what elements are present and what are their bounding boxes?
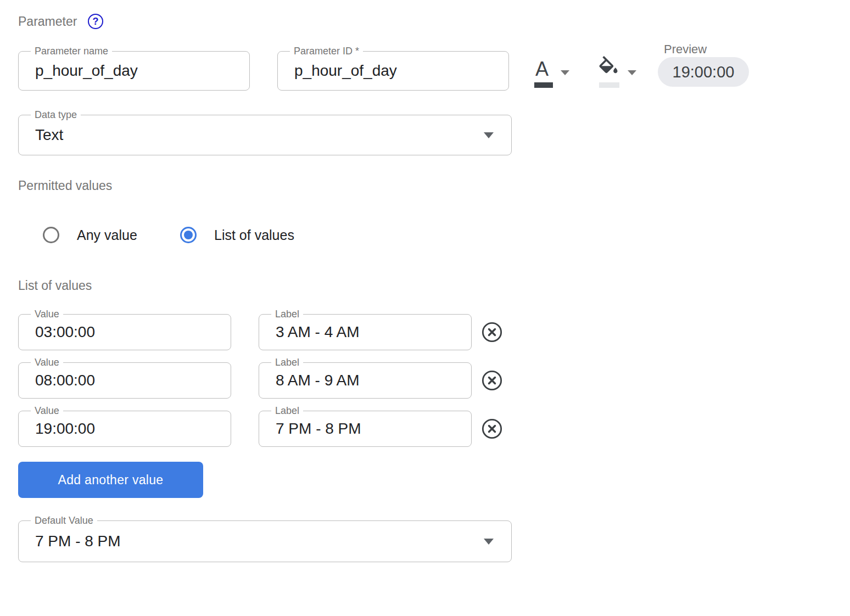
- radio-circle-icon: [180, 227, 197, 243]
- paint-bucket-icon[interactable]: [596, 56, 620, 82]
- radio-any-value-label: Any value: [77, 227, 137, 243]
- label-field-row2: Label: [259, 362, 472, 399]
- radio-list-of-values-label: List of values: [214, 227, 294, 243]
- parameter-id-input[interactable]: [294, 52, 492, 89]
- default-value-select[interactable]: Default Value 7 PM - 8 PM: [18, 520, 512, 562]
- parameter-name-input[interactable]: [35, 52, 233, 89]
- help-icon[interactable]: ?: [88, 14, 103, 29]
- fill-color-swatch[interactable]: [599, 82, 619, 88]
- value-field-row3: Value: [18, 411, 231, 447]
- remove-value-button[interactable]: [481, 321, 503, 343]
- parameter-id-field: Parameter ID *: [277, 51, 509, 91]
- dropdown-arrow-icon: [484, 132, 494, 138]
- data-type-select[interactable]: Data type Text: [18, 115, 512, 155]
- help-icon-glyph: ?: [93, 16, 99, 27]
- preview-value: 19:00:00: [673, 63, 735, 81]
- dropdown-arrow-icon: [484, 539, 494, 545]
- label-input[interactable]: [276, 315, 455, 349]
- preview-label: Preview: [664, 42, 707, 57]
- text-color-icon[interactable]: A: [535, 59, 549, 79]
- close-circle-icon: [481, 418, 503, 440]
- data-type-value: Text: [35, 115, 63, 155]
- add-another-value-button[interactable]: Add another value: [18, 462, 203, 498]
- label-input[interactable]: [276, 412, 455, 446]
- remove-value-button[interactable]: [481, 418, 503, 440]
- default-value-value: 7 PM - 8 PM: [35, 521, 121, 562]
- radio-circle-icon: [43, 227, 59, 243]
- label-field-row1: Label: [259, 314, 472, 350]
- value-input[interactable]: [35, 315, 214, 349]
- value-input[interactable]: [35, 412, 214, 446]
- text-color-caret-icon[interactable]: [561, 70, 569, 75]
- value-field-row1: Value: [18, 314, 231, 350]
- value-field-row2: Value: [18, 362, 231, 399]
- preview-value-chip: 19:00:00: [658, 57, 749, 87]
- radio-list-of-values[interactable]: List of values: [180, 227, 294, 243]
- value-input[interactable]: [35, 363, 214, 397]
- page-title: Parameter: [18, 14, 77, 29]
- close-circle-icon: [481, 369, 503, 391]
- text-color-swatch[interactable]: [534, 82, 553, 88]
- list-of-values-heading: List of values: [18, 278, 92, 293]
- remove-value-button[interactable]: [481, 369, 503, 391]
- permitted-values-heading: Permitted values: [18, 178, 112, 193]
- parameter-name-field: Parameter name: [18, 51, 250, 91]
- close-circle-icon: [481, 321, 503, 343]
- parameter-panel: Parameter ? Parameter name Parameter ID …: [0, 0, 850, 616]
- fill-color-caret-icon[interactable]: [628, 70, 636, 75]
- label-input[interactable]: [276, 363, 455, 397]
- label-field-row3: Label: [259, 411, 472, 447]
- radio-any-value[interactable]: Any value: [43, 227, 137, 243]
